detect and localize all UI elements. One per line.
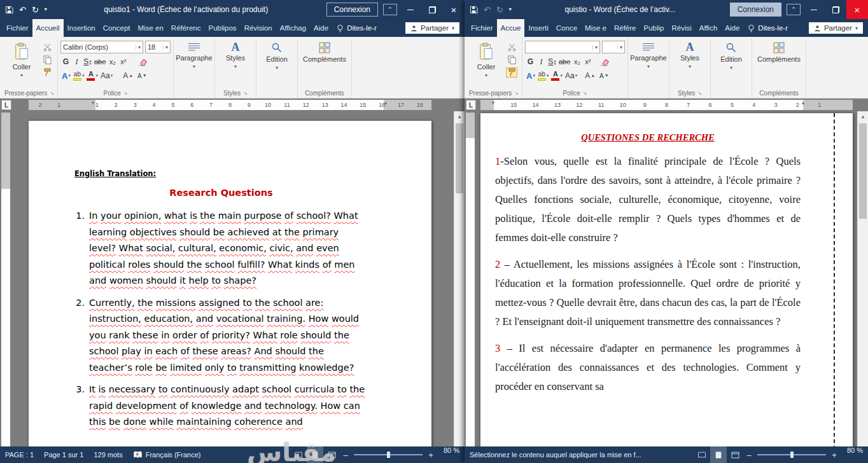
tab-stop-selector[interactable]: L [466,100,476,110]
ribbon-tab[interactable]: Référe [610,19,640,37]
tell-me-button[interactable]: Dites-le-r [743,19,792,37]
zoom-percentage[interactable]: 80 % [439,446,465,463]
ribbon-display-options-icon[interactable]: ⌃ [383,4,397,15]
ribbon-tab[interactable]: Révision [241,19,276,37]
tab-fichier[interactable]: Fichier [467,19,497,37]
tab-accueil-active[interactable]: Accueil [32,19,64,37]
text-effects-button[interactable]: A▾ [525,70,536,81]
zoom-slider-thumb[interactable] [387,452,390,458]
ribbon-tab[interactable]: Affich [696,19,722,37]
superscript-button[interactable]: x² [582,56,593,67]
zoom-slider[interactable] [757,454,826,455]
scrollbar-thumb[interactable] [859,123,867,219]
tab-stop-selector[interactable]: L [1,100,11,110]
minimize-button[interactable] [400,0,421,19]
font-size-combobox[interactable]: 18 ▾ [145,41,171,53]
grow-font-button[interactable]: A▲ [584,70,598,81]
document-page[interactable]: English Translation: Research Questions … [29,121,431,446]
format-painter-icon[interactable] [41,67,53,78]
strikethrough-button[interactable]: abe [557,56,571,67]
word-count[interactable]: 129 mots [88,446,127,463]
format-painter-icon[interactable] [506,67,517,78]
save-icon[interactable] [5,6,13,14]
page-info[interactable]: Page 1 sur 1 [39,446,88,463]
editing-button[interactable]: Édition ▾ [259,39,295,71]
ribbon-tab[interactable]: Publip [640,19,668,37]
zoom-in-button[interactable]: + [829,450,840,460]
paste-button[interactable]: Coller ▾ [468,39,504,78]
bold-button[interactable]: G [60,56,71,67]
sign-in-button[interactable]: Connexion [730,3,781,17]
subscript-button[interactable]: x₂ [571,56,582,67]
highlight-button[interactable]: ab▾ [72,70,86,81]
grow-font-button[interactable]: A▲ [122,70,136,81]
save-icon[interactable] [470,6,478,14]
strikethrough-button[interactable]: abe [93,56,107,67]
proofing-status[interactable]: Français (France) [128,446,206,463]
ribbon-display-options-icon[interactable]: ⌃ [787,4,801,15]
ribbon-tab[interactable]: Révisi [668,19,695,37]
cut-icon[interactable] [41,42,53,52]
zoom-out-button[interactable]: – [340,450,351,460]
ribbon-tab[interactable]: Inserti [524,19,552,37]
undo-icon[interactable]: ↶ [484,6,491,14]
paragraph-button[interactable]: Paragraphe ▾ [176,39,212,69]
ribbon-tab[interactable]: Mise e [581,19,610,37]
text-effects-button[interactable]: A▾ [60,70,72,81]
scroll-up-icon[interactable]: ▲ [454,111,465,122]
vertical-ruler[interactable] [0,111,11,446]
tell-me-button[interactable]: Dites-le-r [332,19,381,37]
sign-in-button[interactable]: Connexion [326,3,378,17]
italic-button[interactable]: I [536,56,547,67]
vertical-scrollbar[interactable]: ▲ [857,111,868,446]
font-name-combobox[interactable]: Calibri (Corps) ▾ [60,41,143,53]
ribbon-tab[interactable]: Référenc [167,19,205,37]
change-case-button[interactable]: Aa▾ [564,70,578,81]
minimize-button[interactable] [803,0,825,19]
addins-button[interactable]: Compléments [755,39,803,63]
dialog-launcher-icon[interactable]: ↘ [583,90,587,96]
web-layout-icon[interactable] [727,446,743,463]
close-button[interactable]: × [846,0,868,19]
shrink-font-button[interactable]: A▼ [598,70,612,81]
close-button[interactable]: × [443,0,465,19]
read-mode-icon[interactable] [694,446,710,463]
ribbon-tab[interactable]: Affichag [276,19,310,37]
customize-qat-icon[interactable]: ▾ [45,7,47,12]
bold-button[interactable]: G [525,56,536,67]
zoom-in-button[interactable]: + [425,450,437,460]
ribbon-tab[interactable]: Concept [99,19,134,37]
ribbon-tab[interactable]: Aide [310,19,332,37]
zoom-slider-thumb[interactable] [790,452,794,458]
highlight-button[interactable]: ab▾ [536,70,550,81]
ribbon-tab[interactable]: Aide [721,19,743,37]
dialog-launcher-icon[interactable]: ↘ [243,90,248,96]
dialog-launcher-icon[interactable]: ↘ [697,90,702,96]
print-layout-icon[interactable] [307,446,323,463]
vertical-ruler[interactable] [465,111,476,446]
font-color-button[interactable]: A▾ [85,70,99,81]
cut-icon[interactable] [506,42,517,52]
document-page[interactable]: QUESTIONES DE RECHERCHE 1-Selon vous, qu… [480,113,853,446]
underline-button[interactable]: S▾ [82,56,93,67]
zoom-slider[interactable] [354,454,423,455]
font-name-combobox[interactable]: ▾ [525,41,600,53]
ribbon-tab[interactable]: Insertion [64,19,99,37]
page-badge[interactable]: PAGE : 1 [0,446,39,463]
horizontal-ruler[interactable]: ▾ ▴ 151413121110987654321 [480,100,853,110]
subscript-button[interactable]: x₂ [107,56,118,67]
tab-accueil-active[interactable]: Accue [497,19,525,37]
scroll-up-icon[interactable]: ▲ [858,111,868,122]
copy-icon[interactable] [41,55,53,65]
redo-icon[interactable]: ↻ [496,6,503,14]
styles-button[interactable]: A Styles ▾ [672,39,708,69]
font-size-combobox[interactable]: ▾ [602,41,625,53]
undo-icon[interactable]: ↶ [19,6,26,14]
dialog-launcher-icon[interactable]: ↘ [50,90,54,96]
font-color-button[interactable]: A▾ [550,70,564,81]
tab-fichier[interactable]: Fichier [3,19,32,37]
share-button[interactable]: Partager ▾ [405,22,459,34]
restore-button[interactable] [421,0,443,19]
share-button[interactable]: Partager ▾ [809,22,863,34]
clear-formatting-icon[interactable] [136,56,149,67]
